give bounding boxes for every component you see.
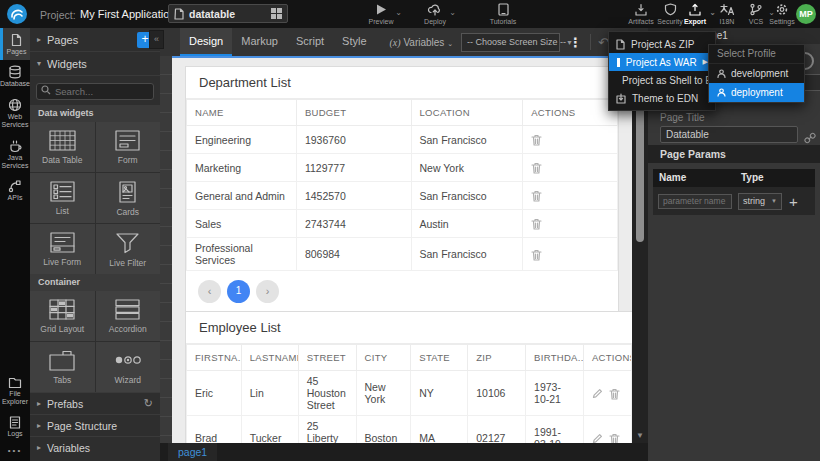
rail-item-java-services[interactable]: Java Services <box>0 134 30 175</box>
rail-item-logs[interactable]: Logs <box>0 411 30 442</box>
preview-button[interactable]: ⌄ Preview <box>358 3 404 25</box>
delete-row-icon[interactable] <box>609 386 620 399</box>
edit-row-icon[interactable] <box>592 387 602 400</box>
menu-item-project-shell-edn[interactable]: Project as Shell to EDN <box>609 71 715 89</box>
param-name-input[interactable] <box>658 194 732 209</box>
add-param-button[interactable]: + <box>789 194 798 209</box>
export-button[interactable]: ⌄ Export <box>678 3 712 25</box>
widget-grid-layout[interactable]: Grid Layout <box>30 291 95 341</box>
page-selector[interactable]: datatable <box>168 4 288 23</box>
col-location[interactable]: LOCATION <box>411 100 523 126</box>
table-row[interactable]: EricLin45 Houston StreetNew YorkNY101061… <box>187 371 632 416</box>
param-name-header: Name <box>653 169 741 187</box>
delete-row-icon[interactable] <box>531 247 542 259</box>
tab-script[interactable]: Script <box>287 28 333 56</box>
page-structure-arrow-icon: ▸ <box>37 421 41 430</box>
prefabs-section-header[interactable]: ▸ Prefabs ↻ <box>30 392 160 414</box>
profile-development[interactable]: development <box>709 64 804 83</box>
col-budget[interactable]: BUDGET <box>296 100 411 126</box>
delete-row-icon[interactable] <box>609 431 620 443</box>
widgets-section-header[interactable]: ▾ Widgets <box>30 52 160 76</box>
rail-item-file-explorer[interactable]: File Explorer <box>0 371 30 411</box>
file-icon <box>174 8 184 20</box>
design-canvas[interactable]: Department List NAME BUDGET LOCATION ACT… <box>172 56 632 443</box>
widget-search-input[interactable] <box>36 83 154 100</box>
widget-accordion[interactable]: Accordion <box>96 291 161 341</box>
widget-data-table[interactable]: Data Table <box>30 122 95 172</box>
edit-row-icon[interactable] <box>592 432 602 443</box>
preview-chevron-icon[interactable]: ⌄ <box>395 8 402 17</box>
user-avatar[interactable]: MP <box>796 4 816 24</box>
variables-section-header[interactable]: ▸ Variables <box>30 436 160 458</box>
table-row[interactable]: General and Admin1452570San Francisco <box>187 182 618 210</box>
person-icon <box>717 88 726 97</box>
menu-item-project-as-zip[interactable]: Project As ZIP <box>609 35 715 53</box>
widget-live-form[interactable]: Live Form <box>30 224 95 274</box>
delete-row-icon[interactable] <box>531 161 542 173</box>
grid-view-icon[interactable] <box>271 8 282 19</box>
tab-markup[interactable]: Markup <box>232 28 287 56</box>
table-row[interactable]: Marketing1129777New York <box>187 154 618 182</box>
canvas-scrollbar[interactable]: ▼ <box>632 56 648 443</box>
deploy-button[interactable]: ⌄ Deploy <box>412 3 458 25</box>
delete-row-icon[interactable] <box>531 217 542 229</box>
page-title-input[interactable] <box>660 126 798 143</box>
pages-section-header[interactable]: ▸ Pages + <box>30 28 160 52</box>
screen-size-select[interactable]: -- Choose Screen Size -- ▼ <box>461 33 560 52</box>
col-lastname[interactable]: LASTNAME <box>241 345 298 371</box>
menu-item-theme-edn[interactable]: Theme to EDN <box>609 89 715 107</box>
rail-more-icon[interactable]: ••• <box>0 442 30 461</box>
widget-live-filter[interactable]: Live Filter <box>96 224 161 274</box>
col-city[interactable]: CITY <box>356 345 411 371</box>
tab-design[interactable]: Design <box>180 28 232 56</box>
pagination-prev-button[interactable]: ‹ <box>198 280 221 303</box>
widget-form[interactable]: Form <box>96 122 161 172</box>
pagination-next-button[interactable]: › <box>256 280 279 303</box>
rail-item-pages[interactable]: Pages <box>0 28 30 60</box>
col-firstname[interactable]: FIRSTNA... <box>187 345 242 371</box>
scroll-down-icon[interactable]: ▼ <box>632 431 648 440</box>
rail-item-web-services[interactable]: Web Services <box>0 93 30 134</box>
variables-dropdown[interactable]: (x) Variables ⌄ <box>390 37 454 48</box>
menu-item-project-as-war[interactable]: Project As WAR ▶ <box>609 53 715 71</box>
more-options-icon[interactable]: ⋮ <box>569 35 582 50</box>
variables-icon: (x) <box>390 37 401 48</box>
col-state[interactable]: STATE <box>411 345 468 371</box>
col-name[interactable]: NAME <box>187 100 297 126</box>
widget-cards[interactable]: Cards <box>96 173 161 223</box>
delete-row-icon[interactable] <box>531 189 542 201</box>
page-structure-section-header[interactable]: ▸ Page Structure <box>30 414 160 436</box>
panel-collapse-button[interactable]: « <box>149 30 164 49</box>
param-type-select[interactable]: string ▼ <box>738 193 782 210</box>
col-birthdate[interactable]: BIRTHDA... <box>526 345 584 371</box>
profile-deployment[interactable]: deployment <box>709 83 804 102</box>
delete-row-icon[interactable] <box>531 133 542 145</box>
employee-list-card: Employee List FIRSTNA... LASTNAME STREET… <box>185 311 632 443</box>
col-zip[interactable]: ZIP <box>468 345 526 371</box>
table-row[interactable]: BradTucker25 Liberty PlBostonMA021271991… <box>187 416 632 444</box>
coffee-cup-icon <box>8 139 23 153</box>
bind-link-icon[interactable] <box>804 128 816 146</box>
form-icon <box>115 130 140 151</box>
table-row[interactable]: Sales2743744Austin <box>187 210 618 238</box>
rail-item-databases[interactable]: Databases <box>0 60 30 92</box>
widget-tabs[interactable]: Tabs <box>30 342 95 392</box>
widget-list[interactable]: List <box>30 173 95 223</box>
pagination-page-button[interactable]: 1 <box>227 280 250 303</box>
table-row[interactable]: Engineering1936760San Francisco <box>187 126 618 154</box>
prefabs-refresh-icon[interactable]: ↻ <box>144 397 153 410</box>
canvas-toolbar: Design Markup Script Style (x) Variables… <box>160 28 648 56</box>
rail-item-apis[interactable]: APIs <box>0 174 30 206</box>
settings-button[interactable]: ⌄ Settings <box>764 3 800 25</box>
tab-style[interactable]: Style <box>333 28 375 56</box>
bottom-page-tab[interactable]: page1 <box>168 443 217 461</box>
widget-wizard[interactable]: Wizard <box>96 342 161 392</box>
app-window: Project: My First Application › datatabl… <box>0 0 820 461</box>
i18n-button[interactable]: I18N <box>712 3 742 25</box>
table-row[interactable]: Professional Services806984San Francisco <box>187 238 618 271</box>
col-street[interactable]: STREET <box>298 345 356 371</box>
bottom-bar: page1 <box>160 443 648 461</box>
wavemaker-logo-icon[interactable] <box>7 4 27 24</box>
tutorials-button[interactable]: Tutorials <box>480 3 526 25</box>
deploy-chevron-icon[interactable]: ⌄ <box>449 8 456 17</box>
